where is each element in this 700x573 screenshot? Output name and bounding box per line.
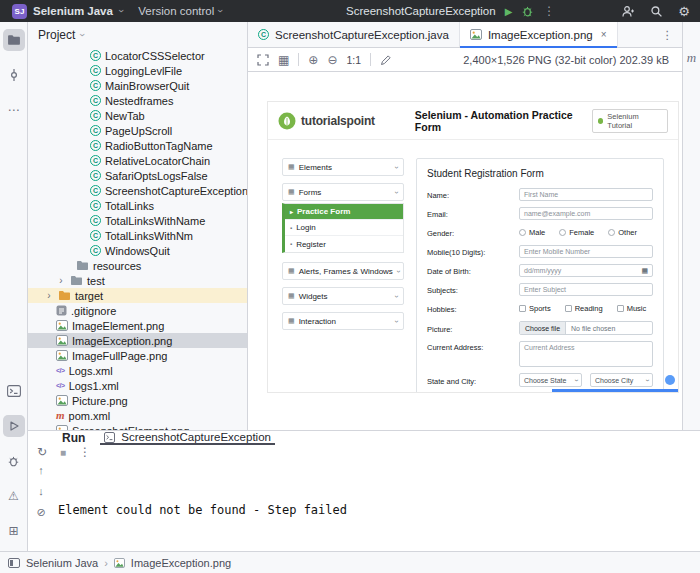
services-tool-icon[interactable]: ⊞ bbox=[3, 520, 25, 542]
brand-name: tutorialspoint bbox=[301, 114, 375, 128]
tree-item-ImageFullPage.png[interactable]: ImageFullPage.png bbox=[28, 348, 247, 363]
arrow-icon: ▸ bbox=[290, 208, 293, 215]
settings-gear-icon[interactable]: ⚙ bbox=[678, 4, 690, 19]
zoom-out-icon[interactable]: ⊖ bbox=[327, 53, 337, 67]
tutorial-chip-icon bbox=[598, 118, 604, 124]
search-icon[interactable] bbox=[650, 5, 663, 18]
tree-item-label: Logs1.xml bbox=[69, 380, 119, 392]
zoom-level[interactable]: 1:1 bbox=[346, 54, 361, 66]
tree-item-SafariOptsLogsFalse[interactable]: CSafariOptsLogsFalse bbox=[28, 168, 247, 183]
tree-item-pom.xml[interactable]: mpom.xml bbox=[28, 408, 247, 423]
navigate-up-icon[interactable]: ↑ bbox=[38, 464, 44, 476]
problems-tool-icon[interactable]: ⚠ bbox=[3, 485, 25, 507]
bullet-icon: ▪ bbox=[290, 241, 292, 247]
tree-item-Logs.xml[interactable]: </>Logs.xml bbox=[28, 363, 247, 378]
vcs-widget[interactable]: Version control › bbox=[138, 5, 221, 17]
scroll-top-fab bbox=[665, 375, 675, 385]
bullet-icon: ▪ bbox=[290, 225, 292, 231]
tab-options-icon[interactable]: ⋮ bbox=[653, 22, 683, 47]
tree-item-test[interactable]: ›test bbox=[28, 273, 247, 288]
code-with-me-icon[interactable] bbox=[621, 5, 635, 18]
tree-item-target[interactable]: ›target bbox=[28, 288, 247, 303]
run-panel-header: Run ScreenshotCaptureException bbox=[28, 431, 700, 445]
chevron-down-icon[interactable]: › bbox=[77, 33, 87, 36]
tool-windows-icon[interactable] bbox=[8, 558, 20, 568]
class-icon: C bbox=[90, 110, 101, 121]
class-icon: C bbox=[90, 185, 101, 196]
breadcrumb-project[interactable]: Selenium Java bbox=[26, 557, 98, 569]
tree-item-TotalLinksWithNm[interactable]: CTotalLinksWithNm bbox=[28, 228, 247, 243]
run-config-name[interactable]: ScreenshotCaptureException bbox=[346, 5, 496, 17]
choose-file-button: Choose file bbox=[520, 322, 566, 334]
tree-item-RelativeLocatorChain[interactable]: CRelativeLocatorChain bbox=[28, 153, 247, 168]
chevron-right-icon[interactable]: › bbox=[44, 290, 54, 301]
chevron-right-icon[interactable]: › bbox=[56, 275, 66, 286]
close-tab-icon[interactable]: × bbox=[601, 29, 607, 40]
more-tools-icon[interactable]: ⋯ bbox=[3, 99, 25, 121]
tree-item-resources[interactable]: resources bbox=[28, 258, 247, 273]
toolbar-separator bbox=[298, 53, 299, 66]
console-options-icon[interactable]: ⋮ bbox=[79, 445, 91, 459]
commit-tool-icon[interactable] bbox=[3, 64, 25, 86]
tree-item-WindowsQuit[interactable]: CWindowsQuit bbox=[28, 243, 247, 258]
preview-page-header: tutorialspoint Selenium - Automation Pra… bbox=[268, 102, 678, 140]
debug-tool-icon[interactable] bbox=[3, 450, 25, 472]
tree-item-RadioButtonTagName[interactable]: CRadioButtonTagName bbox=[28, 138, 247, 153]
tree-item-label: resources bbox=[93, 260, 141, 272]
mobile-input: Enter Mobile Number bbox=[519, 245, 653, 258]
breadcrumb-file[interactable]: ImageException.png bbox=[131, 557, 231, 569]
grid-toggle-icon[interactable]: ▦ bbox=[278, 53, 289, 67]
console-line: Element could not be found - Step failed bbox=[58, 501, 692, 520]
tree-item-LocatorCSSSelector[interactable]: CLocatorCSSSelector bbox=[28, 48, 247, 63]
grid-icon: ▦ bbox=[288, 163, 295, 171]
project-name[interactable]: Selenium Java bbox=[33, 5, 113, 17]
zoom-in-icon[interactable]: ⊕ bbox=[308, 53, 318, 67]
tree-item-Picture.png[interactable]: Picture.png bbox=[28, 393, 247, 408]
maven-tool-icon[interactable]: m bbox=[687, 50, 696, 430]
project-panel-title[interactable]: Project bbox=[38, 28, 75, 42]
class-icon: C bbox=[90, 200, 101, 211]
image-file-icon bbox=[56, 335, 68, 346]
image-file-icon bbox=[56, 350, 68, 361]
tree-item-ImageElement.png[interactable]: ImageElement.png bbox=[28, 318, 247, 333]
console-icon bbox=[104, 432, 115, 443]
terminal-tool-icon[interactable] bbox=[3, 380, 25, 402]
more-actions-icon[interactable]: ⋮ bbox=[543, 4, 555, 18]
vcs-label: Version control bbox=[138, 5, 214, 17]
tree-item-ScreenshotCaptureException[interactable]: CScreenshotCaptureException bbox=[28, 183, 247, 198]
run-widget: ScreenshotCaptureException ▶ ⋮ bbox=[346, 4, 555, 18]
image-file-icon bbox=[470, 29, 482, 40]
project-tool-icon[interactable] bbox=[3, 29, 25, 51]
run-panel-title[interactable]: Run bbox=[62, 431, 85, 445]
project-tree: CLocatorCSSSelectorCLoggingLevlFileCMain… bbox=[28, 48, 247, 430]
tree-item-.gitignore[interactable]: .gitignore bbox=[28, 303, 247, 318]
tab-screenshotcaptureexception-java[interactable]: C ScreenshotCaptureException.java bbox=[248, 22, 460, 47]
tree-item-TotalLinks[interactable]: CTotalLinks bbox=[28, 198, 247, 213]
rerun-icon[interactable]: ↻ bbox=[37, 445, 47, 459]
class-icon: C bbox=[90, 215, 101, 226]
run-tab-screenshotcaptureexception[interactable]: ScreenshotCaptureException bbox=[100, 431, 275, 445]
stop-icon[interactable]: ■ bbox=[60, 447, 66, 458]
clear-console-icon[interactable]: ⊘ bbox=[36, 506, 45, 519]
edit-externally-icon[interactable] bbox=[380, 54, 392, 66]
fit-to-window-icon[interactable] bbox=[257, 54, 269, 66]
tree-item-Nestedframes[interactable]: CNestedframes bbox=[28, 93, 247, 108]
tab-imageexception-png[interactable]: ImageException.png × bbox=[460, 22, 618, 47]
class-icon: C bbox=[90, 125, 101, 136]
run-button[interactable]: ▶ bbox=[505, 6, 513, 17]
run-tool-icon[interactable] bbox=[3, 415, 25, 437]
debug-button[interactable] bbox=[521, 5, 534, 18]
tree-item-MainBrowserQuit[interactable]: CMainBrowserQuit bbox=[28, 78, 247, 93]
tree-item-NewTab[interactable]: CNewTab bbox=[28, 108, 247, 123]
project-badge[interactable]: SJ bbox=[12, 4, 27, 19]
tree-item-ScreenshotElement.png[interactable]: ScreenshotElement.png bbox=[28, 423, 247, 430]
tree-item-Logs1.xml[interactable]: </>Logs1.xml bbox=[28, 378, 247, 393]
tree-item-TotalLinksWithName[interactable]: CTotalLinksWithName bbox=[28, 213, 247, 228]
image-file-icon bbox=[114, 558, 125, 568]
navigate-down-icon[interactable]: ↓ bbox=[38, 485, 44, 497]
tree-item-ImageException.png[interactable]: ImageException.png bbox=[28, 333, 247, 348]
chevron-down-icon: › bbox=[394, 270, 403, 273]
excluded-folder-icon bbox=[58, 290, 71, 301]
tree-item-PageUpScroll[interactable]: CPageUpScroll bbox=[28, 123, 247, 138]
tree-item-LoggingLevlFile[interactable]: CLoggingLevlFile bbox=[28, 63, 247, 78]
